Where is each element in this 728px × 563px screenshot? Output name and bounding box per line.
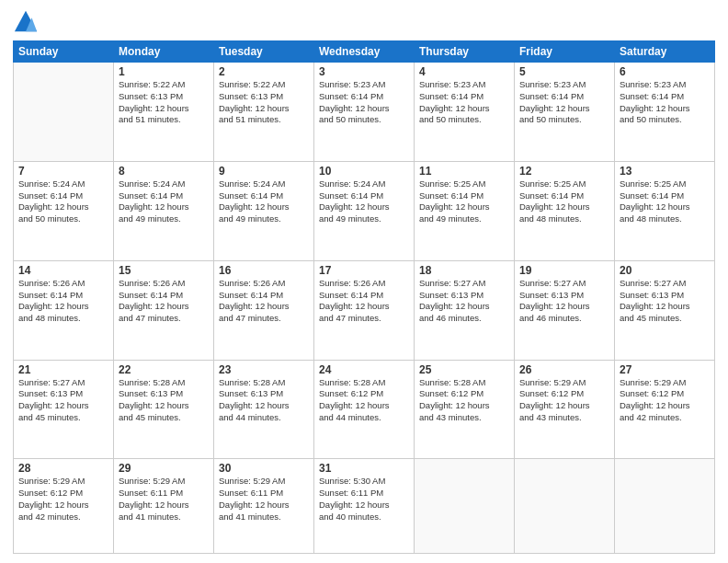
- day-info: Sunrise: 5:25 AMSunset: 6:14 PMDaylight:…: [419, 178, 509, 225]
- day-number: 5: [519, 65, 609, 78]
- calendar-day-cell: 30Sunrise: 5:29 AMSunset: 6:11 PMDayligh…: [214, 459, 314, 554]
- day-info: Sunrise: 5:29 AMSunset: 6:12 PMDaylight:…: [18, 476, 108, 523]
- day-number: 25: [419, 363, 509, 376]
- calendar-week-row: 1Sunrise: 5:22 AMSunset: 6:13 PMDaylight…: [14, 63, 715, 162]
- day-info: Sunrise: 5:27 AMSunset: 6:13 PMDaylight:…: [419, 278, 509, 325]
- calendar-day-cell: 19Sunrise: 5:27 AMSunset: 6:13 PMDayligh…: [515, 260, 615, 360]
- header: [13, 9, 715, 35]
- day-number: 7: [18, 165, 108, 178]
- day-number: 12: [519, 165, 609, 178]
- day-info: Sunrise: 5:22 AMSunset: 6:13 PMDaylight:…: [219, 79, 309, 126]
- day-info: Sunrise: 5:29 AMSunset: 6:12 PMDaylight:…: [519, 377, 609, 424]
- day-number: 6: [620, 65, 710, 78]
- day-info: Sunrise: 5:28 AMSunset: 6:13 PMDaylight:…: [219, 377, 309, 424]
- calendar-day-cell: 15Sunrise: 5:26 AMSunset: 6:14 PMDayligh…: [114, 260, 214, 360]
- calendar-day-cell: 3Sunrise: 5:23 AMSunset: 6:14 PMDaylight…: [314, 63, 415, 162]
- day-number: 15: [119, 264, 209, 277]
- calendar-day-header: Monday: [114, 41, 214, 63]
- day-number: 8: [119, 165, 209, 178]
- calendar-day-header: Thursday: [415, 41, 515, 63]
- day-number: 31: [319, 462, 409, 475]
- day-info: Sunrise: 5:25 AMSunset: 6:14 PMDaylight:…: [519, 178, 609, 225]
- day-number: 10: [319, 165, 409, 178]
- calendar-day-cell: 11Sunrise: 5:25 AMSunset: 6:14 PMDayligh…: [415, 161, 515, 260]
- calendar-day-cell: 7Sunrise: 5:24 AMSunset: 6:14 PMDaylight…: [14, 161, 114, 260]
- calendar-header-row: SundayMondayTuesdayWednesdayThursdayFrid…: [14, 41, 715, 63]
- day-info: Sunrise: 5:24 AMSunset: 6:14 PMDaylight:…: [18, 178, 108, 225]
- day-number: 21: [18, 363, 108, 376]
- day-number: 11: [419, 165, 509, 178]
- calendar-day-cell: 13Sunrise: 5:25 AMSunset: 6:14 PMDayligh…: [615, 161, 715, 260]
- day-number: 23: [219, 363, 309, 376]
- day-info: Sunrise: 5:24 AMSunset: 6:14 PMDaylight:…: [219, 178, 309, 225]
- day-info: Sunrise: 5:26 AMSunset: 6:14 PMDaylight:…: [119, 278, 209, 325]
- day-info: Sunrise: 5:28 AMSunset: 6:12 PMDaylight:…: [419, 377, 509, 424]
- day-info: Sunrise: 5:27 AMSunset: 6:13 PMDaylight:…: [519, 278, 609, 325]
- calendar-day-cell: 28Sunrise: 5:29 AMSunset: 6:12 PMDayligh…: [14, 459, 114, 554]
- calendar-day-cell: [415, 459, 515, 554]
- calendar-day-cell: 12Sunrise: 5:25 AMSunset: 6:14 PMDayligh…: [515, 161, 615, 260]
- calendar-day-cell: 8Sunrise: 5:24 AMSunset: 6:14 PMDaylight…: [114, 161, 214, 260]
- day-number: 3: [319, 65, 409, 78]
- calendar-day-cell: 18Sunrise: 5:27 AMSunset: 6:13 PMDayligh…: [415, 260, 515, 360]
- day-number: 1: [119, 65, 209, 78]
- day-info: Sunrise: 5:23 AMSunset: 6:14 PMDaylight:…: [319, 79, 409, 126]
- calendar-table: SundayMondayTuesdayWednesdayThursdayFrid…: [13, 40, 715, 554]
- calendar-day-cell: 17Sunrise: 5:26 AMSunset: 6:14 PMDayligh…: [314, 260, 415, 360]
- calendar-day-cell: 2Sunrise: 5:22 AMSunset: 6:13 PMDaylight…: [214, 63, 314, 162]
- calendar-day-cell: 14Sunrise: 5:26 AMSunset: 6:14 PMDayligh…: [14, 260, 114, 360]
- calendar-day-header: Saturday: [615, 41, 715, 63]
- day-info: Sunrise: 5:26 AMSunset: 6:14 PMDaylight:…: [219, 278, 309, 325]
- calendar-day-cell: 23Sunrise: 5:28 AMSunset: 6:13 PMDayligh…: [214, 360, 314, 459]
- calendar-day-cell: 16Sunrise: 5:26 AMSunset: 6:14 PMDayligh…: [214, 260, 314, 360]
- calendar-day-cell: 21Sunrise: 5:27 AMSunset: 6:13 PMDayligh…: [14, 360, 114, 459]
- day-info: Sunrise: 5:27 AMSunset: 6:13 PMDaylight:…: [18, 377, 108, 424]
- day-number: 14: [18, 264, 108, 277]
- day-number: 2: [219, 65, 309, 78]
- calendar-day-cell: 6Sunrise: 5:23 AMSunset: 6:14 PMDaylight…: [615, 63, 715, 162]
- calendar-day-cell: 10Sunrise: 5:24 AMSunset: 6:14 PMDayligh…: [314, 161, 415, 260]
- day-info: Sunrise: 5:28 AMSunset: 6:12 PMDaylight:…: [319, 377, 409, 424]
- day-info: Sunrise: 5:28 AMSunset: 6:13 PMDaylight:…: [119, 377, 209, 424]
- day-info: Sunrise: 5:25 AMSunset: 6:14 PMDaylight:…: [620, 178, 710, 225]
- day-info: Sunrise: 5:26 AMSunset: 6:14 PMDaylight:…: [319, 278, 409, 325]
- day-number: 30: [219, 462, 309, 475]
- day-number: 27: [620, 363, 710, 376]
- day-number: 16: [219, 264, 309, 277]
- calendar-day-cell: 25Sunrise: 5:28 AMSunset: 6:12 PMDayligh…: [415, 360, 515, 459]
- calendar-day-cell: 27Sunrise: 5:29 AMSunset: 6:12 PMDayligh…: [615, 360, 715, 459]
- calendar-day-cell: 29Sunrise: 5:29 AMSunset: 6:11 PMDayligh…: [114, 459, 214, 554]
- day-info: Sunrise: 5:26 AMSunset: 6:14 PMDaylight:…: [18, 278, 108, 325]
- day-number: 28: [18, 462, 108, 475]
- calendar-day-header: Tuesday: [214, 41, 314, 63]
- calendar-day-cell: 1Sunrise: 5:22 AMSunset: 6:13 PMDaylight…: [114, 63, 214, 162]
- day-number: 20: [620, 264, 710, 277]
- day-number: 29: [119, 462, 209, 475]
- calendar-day-cell: [515, 459, 615, 554]
- day-number: 24: [319, 363, 409, 376]
- calendar-week-row: 7Sunrise: 5:24 AMSunset: 6:14 PMDaylight…: [14, 161, 715, 260]
- calendar-day-cell: 31Sunrise: 5:30 AMSunset: 6:11 PMDayligh…: [314, 459, 415, 554]
- day-number: 22: [119, 363, 209, 376]
- day-number: 17: [319, 264, 409, 277]
- day-info: Sunrise: 5:23 AMSunset: 6:14 PMDaylight:…: [519, 79, 609, 126]
- calendar-day-cell: 20Sunrise: 5:27 AMSunset: 6:13 PMDayligh…: [615, 260, 715, 360]
- day-info: Sunrise: 5:23 AMSunset: 6:14 PMDaylight:…: [419, 79, 509, 126]
- calendar-day-cell: 24Sunrise: 5:28 AMSunset: 6:12 PMDayligh…: [314, 360, 415, 459]
- calendar-day-cell: [615, 459, 715, 554]
- day-number: 26: [519, 363, 609, 376]
- day-info: Sunrise: 5:30 AMSunset: 6:11 PMDaylight:…: [319, 476, 409, 523]
- day-number: 4: [419, 65, 509, 78]
- day-info: Sunrise: 5:24 AMSunset: 6:14 PMDaylight:…: [119, 178, 209, 225]
- day-number: 19: [519, 264, 609, 277]
- day-info: Sunrise: 5:24 AMSunset: 6:14 PMDaylight:…: [319, 178, 409, 225]
- page: SundayMondayTuesdayWednesdayThursdayFrid…: [0, 0, 728, 563]
- day-info: Sunrise: 5:29 AMSunset: 6:11 PMDaylight:…: [119, 476, 209, 523]
- day-info: Sunrise: 5:22 AMSunset: 6:13 PMDaylight:…: [119, 79, 209, 126]
- calendar-day-header: Sunday: [14, 41, 114, 63]
- calendar-day-cell: 9Sunrise: 5:24 AMSunset: 6:14 PMDaylight…: [214, 161, 314, 260]
- calendar-day-header: Friday: [515, 41, 615, 63]
- calendar-day-cell: [14, 63, 114, 162]
- day-info: Sunrise: 5:29 AMSunset: 6:12 PMDaylight:…: [620, 377, 710, 424]
- day-number: 13: [620, 165, 710, 178]
